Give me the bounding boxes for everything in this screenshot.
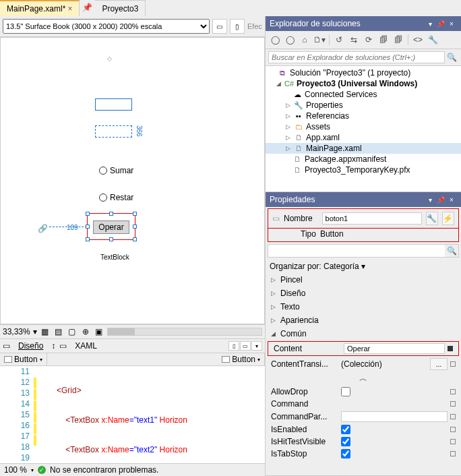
tab-xaml[interactable]: XAML bbox=[71, 340, 101, 351]
name-input[interactable] bbox=[322, 212, 422, 225]
cat-texto[interactable]: ▷Texto bbox=[266, 300, 461, 314]
dropdown-icon[interactable]: ▾ bbox=[33, 327, 37, 336]
scale-value[interactable]: 100 % bbox=[4, 465, 27, 475]
content-input[interactable] bbox=[344, 343, 445, 354]
marker-icon[interactable] bbox=[448, 346, 453, 351]
fit-icon[interactable]: ⊕ bbox=[80, 326, 91, 337]
cat-diseno[interactable]: ▷Diseño bbox=[266, 287, 461, 300]
grid-icon[interactable]: ▦ bbox=[40, 326, 51, 337]
commandpar-input[interactable] bbox=[341, 411, 448, 422]
breadcrumb-button-1[interactable]: Button ▾ bbox=[0, 353, 47, 365]
design-surface[interactable]: ◇ 366 Sumar Restar 🔗 109 bbox=[0, 37, 265, 324]
orientation-portrait-icon[interactable]: ▭ bbox=[212, 19, 227, 34]
grid2-icon[interactable]: ▤ bbox=[53, 326, 64, 337]
close-icon[interactable]: × bbox=[446, 194, 457, 205]
chevron-down-icon[interactable]: ▾ bbox=[40, 357, 42, 363]
pin-icon[interactable]: 📌 bbox=[435, 18, 446, 29]
wrench-icon[interactable]: 🔧 bbox=[426, 33, 439, 47]
effects-label[interactable]: Efec bbox=[247, 22, 262, 30]
tab-design[interactable]: Diseño bbox=[14, 340, 47, 351]
radio-restar[interactable]: Restar bbox=[99, 193, 133, 202]
files-icon[interactable]: 🗐 bbox=[377, 33, 390, 47]
sync-icon[interactable]: 🗋▾ bbox=[313, 33, 326, 47]
cat-comun[interactable]: ◢Común bbox=[266, 327, 461, 340]
pin-icon[interactable]: 📌 bbox=[80, 0, 95, 16]
dropdown-icon[interactable]: ▾ bbox=[31, 467, 34, 473]
collapse-icon[interactable]: ▾ bbox=[251, 341, 262, 351]
back-icon[interactable]: ◯ bbox=[268, 33, 282, 47]
ishit-checkbox[interactable] bbox=[341, 437, 350, 446]
expand-icon[interactable]: ▷ bbox=[284, 113, 291, 119]
tree-solution[interactable]: ⧉ Solución "Proyecto3" (1 proyecto) bbox=[266, 67, 461, 78]
refresh-icon[interactable]: ⟳ bbox=[362, 33, 375, 47]
search-icon[interactable]: 🔍 bbox=[445, 51, 458, 63]
swap-icon[interactable]: ↕ bbox=[51, 341, 55, 351]
layers-icon[interactable]: ▣ bbox=[94, 326, 104, 337]
tree-node[interactable]: 🗋Proyecto3_TemporaryKey.pfx bbox=[266, 165, 461, 175]
marker-icon[interactable] bbox=[450, 401, 456, 407]
search-icon[interactable]: 🔍 bbox=[445, 245, 458, 257]
collapse-up-icon[interactable]: ︿ bbox=[266, 371, 461, 386]
tree-mainpage[interactable]: ▷🗋MainPage.xaml bbox=[266, 143, 461, 154]
close-icon[interactable]: × bbox=[67, 4, 72, 13]
ellipsis-button[interactable]: ... bbox=[430, 358, 448, 370]
cat-pincel[interactable]: ▷Pincel bbox=[266, 273, 461, 287]
expand-icon[interactable]: ◢ bbox=[275, 80, 282, 87]
dropdown-icon[interactable]: ▾ bbox=[425, 194, 435, 205]
snap-icon[interactable]: ▢ bbox=[67, 326, 78, 337]
h-scrollbar[interactable] bbox=[107, 328, 262, 336]
dropdown-icon[interactable]: ▾ bbox=[425, 18, 435, 29]
tree-node[interactable]: ▷▪▪Referencias bbox=[266, 111, 461, 121]
solution-tree[interactable]: ⧉ Solución "Proyecto3" (1 proyecto) ◢ C#… bbox=[266, 66, 461, 191]
tree-node[interactable]: ▷🔧Properties bbox=[266, 100, 461, 111]
properties-icon[interactable]: <> bbox=[411, 33, 425, 47]
home-icon[interactable]: ⌂ bbox=[298, 33, 311, 47]
marker-icon[interactable] bbox=[450, 361, 456, 367]
expand-icon[interactable]: ▷ bbox=[284, 102, 291, 109]
organize-by[interactable]: Organizar por: Categoría ▾ bbox=[266, 260, 461, 273]
textbox2[interactable] bbox=[95, 125, 132, 138]
tree-node[interactable]: ▷🗋App.xaml bbox=[266, 132, 461, 143]
collapse-icon[interactable]: ⇆ bbox=[347, 33, 361, 47]
close-icon[interactable]: × bbox=[446, 18, 457, 29]
tab-project[interactable]: Proyecto3 bbox=[95, 0, 146, 16]
allowdrop-checkbox[interactable] bbox=[341, 387, 350, 396]
expand-icon[interactable]: ▷ bbox=[284, 145, 291, 152]
marker-icon[interactable] bbox=[450, 439, 456, 444]
search-input[interactable] bbox=[268, 51, 445, 63]
tree-node[interactable]: 🗋Package.appxmanifest bbox=[266, 154, 461, 165]
code-lines[interactable]: <Grid> <TextBox x:Name="text1" Horizon <… bbox=[40, 366, 265, 463]
split-horiz-icon[interactable]: ▭ bbox=[240, 341, 251, 351]
tree-project[interactable]: ◢ C# Proyecto3 (Universal Windows) bbox=[266, 78, 461, 89]
breadcrumb-button-2[interactable]: Button ▾ bbox=[218, 353, 265, 365]
marker-icon[interactable] bbox=[450, 427, 456, 432]
tree-node[interactable]: ▷🗀Assets bbox=[266, 121, 461, 132]
isenabled-checkbox[interactable] bbox=[341, 425, 350, 434]
split-vert-icon[interactable]: ▯ bbox=[228, 341, 239, 351]
show-all-icon[interactable]: 🗐 bbox=[392, 33, 405, 47]
pin-icon[interactable]: 📌 bbox=[435, 194, 446, 205]
history-icon[interactable]: ↺ bbox=[332, 33, 346, 47]
zoom-value[interactable]: 33,33% bbox=[3, 327, 30, 336]
expand-icon[interactable]: ▷ bbox=[284, 123, 291, 130]
textbox1[interactable] bbox=[95, 98, 132, 111]
orientation-landscape-icon[interactable]: ▯ bbox=[230, 19, 245, 34]
xaml-editor[interactable]: 111213 141516 171819 2021 <Grid> <TextBo… bbox=[0, 365, 265, 463]
marker-icon[interactable] bbox=[450, 414, 456, 419]
chevron-down-icon[interactable]: ▾ bbox=[257, 357, 260, 363]
tree-node[interactable]: ☁Connected Services bbox=[266, 89, 461, 100]
forward-icon[interactable]: ◯ bbox=[283, 33, 297, 47]
expand-icon[interactable]: ▷ bbox=[284, 134, 291, 141]
marker-icon[interactable] bbox=[450, 451, 456, 456]
events-icon[interactable]: ⚡ bbox=[442, 212, 454, 225]
wrench-icon[interactable]: 🔧 bbox=[426, 212, 438, 225]
tab-mainpage[interactable]: MainPage.xaml* × bbox=[0, 0, 80, 16]
device-combo[interactable]: 13.5" Surface Book (3000 x 2000) 200% es… bbox=[3, 19, 210, 34]
istab-checkbox[interactable] bbox=[341, 449, 350, 458]
button-operar[interactable]: Operar bbox=[93, 220, 129, 234]
textblock[interactable]: TextBlock bbox=[100, 254, 129, 261]
marker-icon[interactable] bbox=[450, 389, 456, 394]
prop-search-input[interactable] bbox=[268, 245, 445, 257]
cat-apariencia[interactable]: ▷Apariencia bbox=[266, 314, 461, 327]
radio-sumar[interactable]: Sumar bbox=[99, 166, 133, 175]
